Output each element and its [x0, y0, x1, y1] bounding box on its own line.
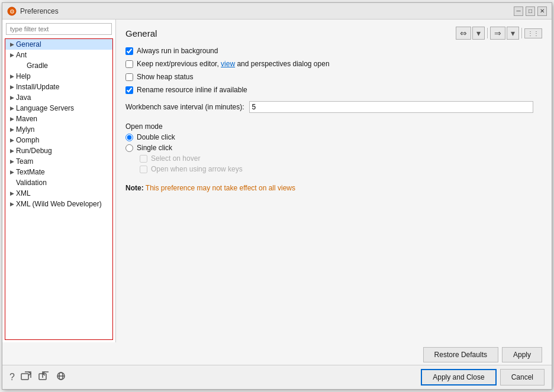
svg-rect-2 — [21, 374, 28, 380]
keep-editor-label: Keep next/previous editor, view and pers… — [137, 60, 330, 68]
restore-defaults-button[interactable]: Restore Defaults — [423, 347, 498, 362]
chevron-icon: ▶ — [8, 189, 16, 197]
chevron-icon: ▶ — [8, 115, 16, 123]
sidebar-item-validation[interactable]: Validation — [5, 177, 112, 188]
sidebar-item-label: Mylyn — [16, 125, 34, 134]
sidebar-item-label: Java — [16, 93, 31, 102]
sidebar-item-maven[interactable]: ▶Maven — [5, 114, 112, 124]
keep-editor-row: Keep next/previous editor, view and pers… — [125, 60, 542, 68]
rename-resource-row: Rename resource inline if available — [125, 86, 542, 94]
sidebar: ▶General▶AntGradle▶Help▶Install/Update▶J… — [2, 20, 116, 342]
forward-button[interactable]: ⇒ — [490, 27, 505, 40]
rename-resource-label: Rename resource inline if available — [137, 86, 247, 94]
window-icon: ⚙ — [7, 7, 17, 16]
close-button[interactable]: ✕ — [537, 7, 547, 16]
main-title: General — [125, 28, 157, 38]
filter-input[interactable] — [6, 23, 112, 35]
sidebar-item-textmate[interactable]: ▶TextMate — [5, 167, 112, 177]
minimize-button[interactable]: ─ — [514, 7, 523, 16]
sidebar-item-oomph[interactable]: ▶Oomph — [5, 135, 112, 145]
tree-area: ▶General▶AntGradle▶Help▶Install/Update▶J… — [5, 38, 113, 340]
apply-and-close-button[interactable]: Apply and Close — [421, 369, 496, 385]
forward-dropdown-button[interactable]: ▾ — [507, 27, 519, 40]
back-button[interactable]: ⇔ — [456, 27, 471, 40]
main-panel: General ⇔ ▾ ⇒ ▾ ⋮⋮ Always run in backgro… — [116, 20, 552, 342]
sidebar-item-label: Help — [16, 72, 31, 80]
note-label: Note: — [125, 184, 144, 192]
sidebar-item-label: Gradle — [27, 61, 48, 70]
open-mode-label: Open mode — [125, 122, 542, 131]
show-heap-checkbox[interactable] — [125, 73, 133, 81]
settings-content: Always run in background Keep next/previ… — [125, 47, 542, 192]
select-on-hover-label: Select on hover — [151, 154, 200, 163]
sidebar-item-label: TextMate — [16, 168, 45, 176]
more-button[interactable]: ⋮⋮ — [524, 28, 542, 38]
single-click-label: Single click — [137, 144, 172, 152]
sidebar-item-label: Team — [16, 157, 33, 166]
sidebar-item-label: Validation — [16, 179, 47, 187]
always-run-row: Always run in background — [125, 47, 542, 55]
sidebar-item-label: Install/Update — [16, 83, 59, 91]
sidebar-item-gradle[interactable]: Gradle — [5, 60, 112, 71]
chevron-icon: ▶ — [8, 104, 16, 112]
footer-bar: ? — [2, 365, 552, 389]
select-on-hover-row: Select on hover — [140, 154, 542, 163]
apply-button[interactable]: Apply — [502, 347, 542, 362]
chevron-icon: ▶ — [8, 136, 16, 144]
bottom-buttons-row: Restore Defaults Apply — [2, 342, 552, 365]
select-on-hover-checkbox[interactable] — [140, 155, 147, 163]
import-icon[interactable] — [38, 371, 50, 383]
double-click-row: Double click — [125, 133, 542, 141]
open-arrow-checkbox[interactable] — [140, 166, 147, 173]
chevron-icon: ▶ — [8, 125, 16, 134]
maximize-button[interactable]: □ — [526, 7, 535, 16]
title-bar-left: ⚙ Preferences — [7, 7, 59, 16]
sidebar-item-label: Maven — [16, 115, 37, 123]
cancel-button[interactable]: Cancel — [500, 369, 545, 385]
note-text: This preference may not take effect on a… — [146, 184, 295, 192]
sidebar-item-install-update[interactable]: ▶Install/Update — [5, 82, 112, 92]
sidebar-item-java[interactable]: ▶Java — [5, 92, 112, 103]
open-arrow-label: Open when using arrow keys — [151, 165, 243, 173]
svg-text:⚙: ⚙ — [9, 8, 15, 15]
workbench-save-input[interactable] — [249, 101, 533, 113]
sidebar-item-run-debug[interactable]: ▶Run/Debug — [5, 145, 112, 156]
note-row: Note: This preference may not take effec… — [125, 184, 542, 192]
sidebar-item-team[interactable]: ▶Team — [5, 156, 112, 167]
sidebar-item-xml[interactable]: ▶XML — [5, 188, 112, 199]
workbench-save-row: Workbench save interval (in minutes): — [125, 101, 542, 113]
chevron-icon — [18, 61, 27, 70]
open-arrow-row: Open when using arrow keys — [140, 165, 542, 173]
link-icon[interactable] — [56, 371, 66, 383]
main-header: General ⇔ ▾ ⇒ ▾ ⋮⋮ — [125, 27, 542, 40]
help-icon[interactable]: ? — [9, 372, 15, 383]
keep-editor-checkbox[interactable] — [125, 60, 133, 68]
sub-options: Select on hover Open when using arrow ke… — [125, 154, 542, 173]
sidebar-item-xml-wild[interactable]: ▶XML (Wild Web Developer) — [5, 199, 112, 209]
sidebar-item-mylyn[interactable]: ▶Mylyn — [5, 124, 112, 135]
footer-action-buttons: Apply and Close Cancel — [421, 369, 545, 385]
chevron-icon: ▶ — [8, 157, 16, 166]
chevron-icon: ▶ — [8, 147, 16, 155]
sidebar-item-general[interactable]: ▶General — [5, 39, 112, 50]
open-mode-section: Open mode Double click Single click Sele… — [125, 122, 542, 173]
footer-icons: ? — [9, 371, 66, 383]
sidebar-item-help[interactable]: ▶Help — [5, 71, 112, 82]
chevron-icon: ▶ — [8, 200, 16, 208]
sidebar-item-language-servers[interactable]: ▶Language Servers — [5, 103, 112, 114]
back-dropdown-button[interactable]: ▾ — [472, 27, 485, 40]
sidebar-item-label: Oomph — [16, 136, 39, 144]
chevron-icon: ▶ — [8, 83, 16, 91]
workbench-save-label: Workbench save interval (in minutes): — [125, 103, 244, 111]
export-icon[interactable] — [21, 371, 33, 383]
single-click-radio[interactable] — [125, 144, 133, 152]
sidebar-item-ant[interactable]: ▶Ant — [5, 50, 112, 60]
double-click-radio[interactable] — [125, 134, 133, 141]
chevron-icon: ▶ — [8, 168, 16, 176]
sidebar-item-label: XML (Wild Web Developer) — [16, 200, 102, 208]
window-title: Preferences — [20, 7, 59, 15]
chevron-icon: ▶ — [8, 93, 16, 102]
chevron-icon: ▶ — [8, 40, 16, 48]
rename-resource-checkbox[interactable] — [125, 86, 133, 94]
always-run-checkbox[interactable] — [125, 47, 133, 55]
